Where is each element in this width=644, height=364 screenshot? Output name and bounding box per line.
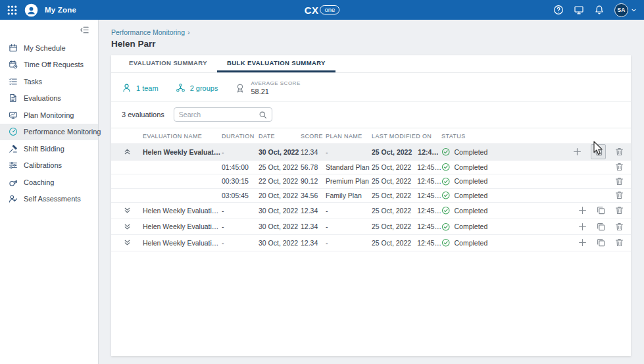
modified-date: 25 Oct, 2022 [372, 177, 411, 185]
notifications-bell-icon[interactable] [594, 5, 605, 15]
duration-cell: - [222, 222, 259, 230]
sidebar-item-label: Self Assessments [24, 195, 81, 203]
date-cell: 25 Oct, 2022 [259, 163, 301, 171]
check-circle-icon [441, 177, 451, 186]
sidebar-item-label: My Schedule [24, 44, 66, 52]
trash-icon[interactable] [614, 162, 624, 172]
performance-monitoring-icon [9, 127, 18, 136]
collapse-sidebar-icon[interactable] [80, 25, 89, 35]
sidebar-collapse-row [0, 20, 98, 39]
tab-bar: EVALUATION SUMMARYBULK EVALUATION SUMMAR… [111, 55, 631, 73]
search-input[interactable] [179, 111, 259, 118]
groups-stat[interactable]: 2 groups [176, 83, 218, 93]
sidebar-item-tasks[interactable]: Tasks [0, 73, 98, 90]
table-row[interactable]: Helen Weekly Evaluation - June 20 - 30 O… [111, 203, 631, 219]
modified-time: 12:45 PM [417, 163, 441, 171]
modified-date: 25 Oct, 2022 [372, 148, 412, 156]
sidebar-item-performance-monitoring[interactable]: Performance Monitoring [0, 124, 98, 141]
sidebar-item-plan-monitoring[interactable]: Plan Monitoring [0, 107, 98, 124]
col-score: SCORE [301, 133, 326, 140]
trash-icon[interactable] [614, 205, 624, 215]
modified-time: 12:45 PM [417, 239, 441, 247]
sidebar-item-self-assessments[interactable]: Self Assessments [0, 191, 98, 208]
trash-icon[interactable] [614, 147, 624, 157]
table-row[interactable]: 00:30:15 22 Oct, 2022 90.12 Premium Plan… [111, 174, 631, 189]
average-score-label: AVERAGE SCORE [251, 80, 300, 86]
last-modified-cell: 25 Oct, 202212:45 PM [372, 222, 441, 230]
add-icon[interactable] [572, 147, 582, 157]
average-score-stat: AVERAGE SCORE 58.21 [235, 80, 300, 95]
add-icon[interactable] [578, 238, 587, 247]
breadcrumb-link[interactable]: Performance Monitoring [111, 28, 185, 36]
date-cell: 20 Oct, 2022 [259, 192, 301, 199]
plan-monitoring-icon [9, 111, 18, 120]
score-cell: 12.34 [301, 207, 326, 215]
search-box[interactable] [174, 107, 272, 122]
row-actions [558, 205, 631, 215]
duration-cell: 00:30:15 [222, 177, 259, 185]
expand-row-icon[interactable] [123, 163, 132, 171]
groups-stat-label: 2 groups [190, 84, 218, 92]
status-cell: Completed [441, 163, 558, 172]
col-plan-name: PLAN NAME [326, 133, 372, 140]
expand-row-icon[interactable] [123, 222, 132, 231]
modified-date: 25 Oct, 2022 [372, 192, 411, 199]
sidebar-item-evaluations[interactable]: Evaluations [0, 90, 98, 107]
sidebar-item-time-off-requests[interactable]: Time Off Requests [0, 57, 98, 74]
team-stat-label: 1 team [136, 84, 159, 92]
copy-icon[interactable] [596, 205, 606, 215]
team-stat[interactable]: 1 team [122, 83, 159, 93]
status-label: Completed [455, 207, 488, 215]
collapse-row-icon[interactable] [123, 147, 132, 156]
average-score-value: 58.21 [251, 88, 300, 95]
copy-icon[interactable] [596, 238, 606, 247]
plan-name-cell: - [326, 239, 372, 247]
tab-evaluation-summary[interactable]: EVALUATION SUMMARY [119, 55, 217, 72]
expand-row-icon[interactable] [123, 191, 132, 199]
table-header: EVALUATION NAME DURATION DATE SCORE PLAN… [111, 128, 631, 144]
add-icon[interactable] [578, 222, 587, 232]
tab-bulk-evaluation-summary[interactable]: BULK EVALUATION SUMMARY [217, 55, 335, 72]
status-cell: Completed [441, 177, 558, 186]
table-row[interactable]: Helen Weekly Evaluation - June... - 30 O… [111, 144, 631, 161]
modified-date: 25 Oct, 2022 [372, 163, 411, 171]
sidebar-item-calibrations[interactable]: Calibrations [0, 157, 98, 174]
trash-icon[interactable] [614, 190, 624, 200]
sidebar-item-shift-bidding[interactable]: Shift Bidding [0, 140, 98, 157]
plan-name-cell: - [326, 222, 372, 230]
modified-date: 25 Oct, 2022 [372, 239, 411, 247]
app-launcher-icon[interactable] [7, 5, 18, 16]
expand-row-icon[interactable] [123, 177, 132, 186]
modified-time: 12:45 PM [417, 207, 441, 215]
breadcrumb-separator: › [187, 28, 190, 36]
table-row[interactable]: 01:45:00 25 Oct, 2022 56.78 Standard Pla… [111, 161, 631, 175]
evaluation-name-cell: Helen Weekly Evaluation - June... [143, 148, 222, 156]
score-cell: 12.34 [301, 239, 326, 247]
table-row[interactable]: Helen Weekly Evaluation - June 20 - 30 O… [111, 219, 631, 236]
row-actions [558, 190, 631, 200]
table-row[interactable]: Helen Weekly Evaluation - June 20 - 30 O… [111, 235, 631, 251]
copy-icon[interactable] [596, 222, 606, 232]
search-icon[interactable] [259, 111, 267, 119]
row-actions [558, 222, 631, 232]
breadcrumb: Performance Monitoring › [111, 28, 631, 36]
row-actions [558, 144, 631, 159]
sidebar-item-coaching[interactable]: Coaching [0, 174, 98, 191]
trash-icon[interactable] [614, 222, 624, 232]
copy-icon[interactable] [591, 144, 606, 159]
check-circle-icon [441, 147, 451, 157]
table-row[interactable]: 03:05:45 20 Oct, 2022 34.56 Family Plan … [111, 189, 631, 203]
help-icon[interactable] [553, 5, 564, 15]
sidebar-item-my-schedule[interactable]: My Schedule [0, 39, 98, 57]
user-menu[interactable]: SA [614, 3, 637, 17]
chevron-down-icon[interactable] [630, 7, 637, 14]
trash-icon[interactable] [614, 176, 624, 186]
sidebar-item-label: Performance Monitoring [24, 128, 101, 136]
add-icon[interactable] [578, 205, 587, 215]
screen-share-icon[interactable] [574, 5, 584, 15]
trash-icon[interactable] [614, 238, 624, 247]
expand-row-icon[interactable] [123, 238, 132, 247]
row-actions [558, 176, 631, 186]
expand-row-icon[interactable] [123, 206, 132, 215]
avatar[interactable]: SA [614, 3, 628, 17]
